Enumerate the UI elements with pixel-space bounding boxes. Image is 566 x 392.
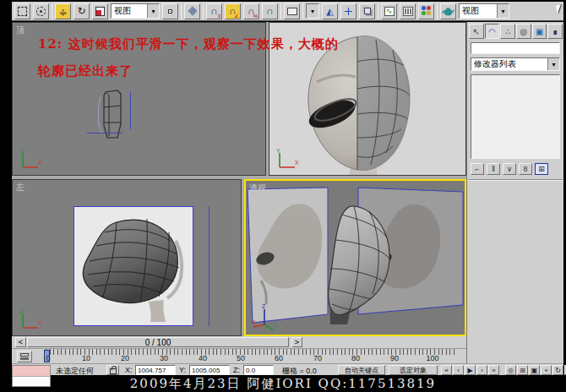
- command-panel: ↖ ◠ ∴ ◎ ▣ ∎ 修改器列表 ▾ ⌐ ‖ ∨ 8 ⊞: [466, 22, 563, 363]
- dropdown-arrow-icon[interactable]: ▾: [547, 58, 559, 70]
- main-toolbar: ↔↕ ↻ 视图 ▾ ∩3 ∩∠ ∩% ∩ ▾ ◭ ∿: [12, 2, 563, 21]
- reference-coordinate-value: 视图: [112, 5, 147, 17]
- spinner-snap-toggle-icon[interactable]: ∩: [262, 3, 278, 19]
- use-pivot-center-icon[interactable]: [162, 3, 178, 19]
- dropdown-arrow-icon[interactable]: ▾: [307, 4, 318, 18]
- trackbar-tick-label: 20: [121, 354, 129, 362]
- previous-frame-button[interactable]: <: [15, 337, 26, 347]
- modifier-stack-list[interactable]: [471, 74, 560, 159]
- maxscript-mini-listener[interactable]: [12, 365, 51, 387]
- svg-text:X: X: [252, 319, 256, 325]
- select-and-rotate-icon[interactable]: ↻: [73, 3, 90, 19]
- material-editor-icon[interactable]: [418, 3, 434, 19]
- annotation-line2: 轮廓已经出来了: [38, 57, 435, 84]
- utilities-tab-icon[interactable]: ∎: [547, 24, 563, 39]
- y-label: Y:: [179, 366, 186, 374]
- render-preset-dropdown[interactable]: 视图 ▾: [459, 3, 509, 19]
- trackbar-tick-label: 100: [426, 354, 438, 362]
- object-name-field[interactable]: [471, 42, 560, 54]
- listener-macro-row[interactable]: [13, 366, 50, 377]
- modifier-list-dropdown[interactable]: 修改器列表 ▾: [471, 57, 560, 71]
- y-coordinate-field[interactable]: 1005.005: [189, 365, 230, 375]
- command-panel-tabs: ↖ ◠ ∴ ◎ ▣ ∎: [469, 24, 563, 40]
- keyboard-shortcut-override-icon[interactable]: [284, 3, 300, 19]
- select-and-move-icon[interactable]: ↔↕: [55, 3, 71, 19]
- viewport-perspective-label: 透视: [249, 182, 266, 194]
- trackbar-tick-label: 90: [390, 354, 399, 362]
- pin-stack-icon[interactable]: ⌐: [471, 163, 484, 175]
- top-view-wireframe-object: [89, 87, 139, 144]
- toolbar-separator: [302, 3, 303, 19]
- percent-snap-toggle-icon[interactable]: ∩%: [243, 3, 259, 19]
- caption-text: 2009年4月23日 阿健IORI QQ:117513819: [130, 376, 436, 392]
- hierarchy-tab-icon[interactable]: ∴: [500, 24, 515, 39]
- selection-lock-icon[interactable]: [106, 365, 119, 375]
- zoom-icon[interactable]: ◎: [505, 365, 516, 375]
- select-and-scale-icon[interactable]: [92, 3, 108, 19]
- trackbar-tick-label: 50: [237, 354, 245, 362]
- schematic-view-icon[interactable]: [400, 3, 416, 19]
- svg-text:Y: Y: [38, 320, 42, 326]
- rectangular-selection-region-icon[interactable]: [14, 3, 30, 19]
- modifier-list-label: 修改器列表: [471, 58, 547, 70]
- display-tab-icon[interactable]: ▣: [532, 24, 547, 39]
- viewport-left-label: 左: [16, 182, 24, 193]
- create-tab-icon[interactable]: ↖: [469, 24, 484, 39]
- z-coordinate-field[interactable]: 0.0: [243, 365, 274, 375]
- curve-editor-icon[interactable]: ∿: [381, 3, 397, 19]
- viewport-perspective[interactable]: 透视: [244, 179, 466, 336]
- x-coordinate-field[interactable]: 1004.757: [135, 365, 176, 375]
- key-mode-dropdown[interactable]: 选定对象: [389, 365, 438, 375]
- named-selection-dropdown[interactable]: ▾: [306, 3, 319, 19]
- time-slider-handle[interactable]: 0 / 100: [27, 337, 289, 347]
- show-end-result-icon[interactable]: ‖: [487, 163, 500, 175]
- layer-manager-icon[interactable]: [359, 3, 375, 19]
- select-object-icon[interactable]: [33, 3, 49, 19]
- play-animation-icon[interactable]: ▶: [465, 365, 476, 375]
- status-bar: 未选定任何 X: 1004.757 Y: 1005.005 Z: 0.0 栅格 …: [12, 363, 563, 375]
- trackbar-tick-label: 70: [313, 354, 322, 362]
- dropdown-arrow-icon[interactable]: ▾: [497, 4, 509, 18]
- reference-coordinate-dropdown[interactable]: 视图 ▾: [111, 3, 160, 19]
- make-unique-icon[interactable]: ∨: [503, 163, 516, 175]
- next-frame-button[interactable]: >: [291, 337, 302, 347]
- viewport-axis-gizmo: Y X: [18, 146, 43, 172]
- plane-edge-line: [209, 206, 210, 326]
- track-bar[interactable]: 0 10 20 30 40 50 60 70 80 90 100: [12, 348, 466, 363]
- toolbar-separator: [280, 3, 281, 19]
- plane-edge-line: [87, 133, 122, 133]
- snap-toggle-3d-icon[interactable]: ∩3: [206, 3, 222, 19]
- plane-edge-line: [130, 92, 131, 129]
- viewport-axis-gizmo: Z Y: [18, 307, 43, 332]
- modify-tab-icon[interactable]: ◠: [485, 24, 500, 39]
- motion-tab-icon[interactable]: ◎: [516, 24, 531, 39]
- viewport-left[interactable]: 左: [12, 179, 242, 336]
- svg-text:Y: Y: [19, 148, 24, 154]
- zoom-extents-icon[interactable]: ▣: [529, 365, 540, 375]
- toolbar-separator: [52, 3, 52, 19]
- previous-key-icon[interactable]: ‹: [453, 365, 464, 375]
- next-key-icon[interactable]: ›: [476, 365, 487, 375]
- arc-rotate-icon[interactable]: ↻: [552, 365, 563, 375]
- dropdown-arrow-icon[interactable]: ▾: [147, 4, 159, 18]
- select-and-manipulate-icon[interactable]: [184, 3, 200, 19]
- align-icon[interactable]: [340, 3, 356, 19]
- trackbar-tick-label: 10: [82, 354, 90, 362]
- svg-text:Z: Z: [19, 308, 24, 314]
- remove-modifier-icon[interactable]: 8: [519, 163, 532, 175]
- mirror-icon[interactable]: ◭: [322, 3, 338, 19]
- configure-modifier-sets-icon[interactable]: ⊞: [535, 163, 548, 175]
- pan-view-icon[interactable]: +: [541, 365, 552, 375]
- key-filters-icon[interactable]: [17, 351, 32, 362]
- listener-script-row[interactable]: [13, 377, 50, 386]
- zoom-all-icon[interactable]: ⊞: [517, 365, 528, 375]
- angle-snap-toggle-icon[interactable]: ∩∠: [225, 3, 241, 19]
- svg-text:Y: Y: [276, 148, 280, 154]
- go-to-start-icon[interactable]: «: [441, 365, 452, 375]
- x-label: X:: [125, 366, 133, 374]
- go-to-end-icon[interactable]: »: [488, 365, 499, 375]
- panel-divider: [469, 179, 563, 181]
- render-setup-teapot-icon[interactable]: [440, 3, 456, 19]
- auto-key-button[interactable]: 自动关键点: [338, 365, 385, 375]
- app-window: ↔↕ ↻ 视图 ▾ ∩3 ∩∠ ∩% ∩ ▾ ◭ ∿: [0, 0, 566, 392]
